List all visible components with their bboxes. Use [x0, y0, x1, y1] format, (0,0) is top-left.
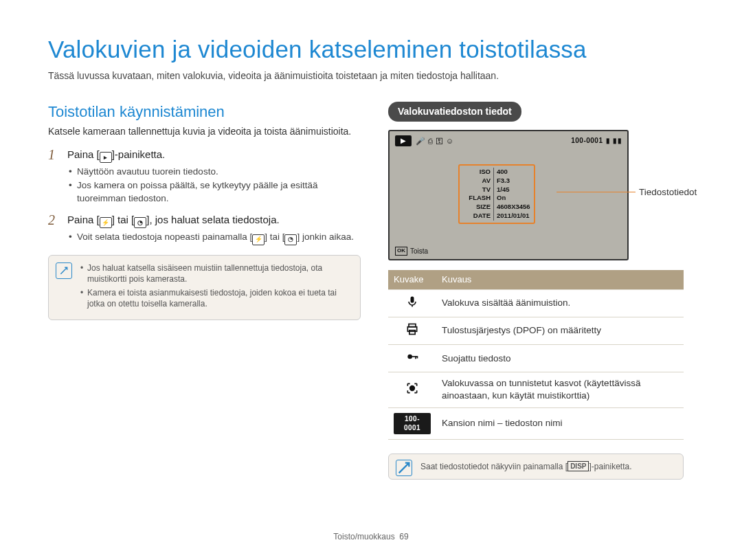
- step-1-bullets: Näyttöön avautuu tuorein tiedosto. Jos k…: [48, 166, 361, 205]
- step-number: 1: [48, 148, 60, 164]
- svg-rect-8: [417, 356, 418, 358]
- top-status-icons: 🎤 ⎙ ⚿ ☺: [416, 136, 453, 146]
- playback-mode-icon: ▶: [395, 135, 412, 146]
- mic-icon: 🎤: [416, 136, 425, 146]
- bullet: Voit selata tiedostoja nopeasti painamal…: [69, 231, 361, 245]
- note-icon: [56, 262, 72, 279]
- face-icon: ☺: [446, 136, 453, 146]
- page-title: Valokuvien ja videoiden katseleminen toi…: [48, 33, 701, 65]
- step-1-text: Paina [▸]-painiketta.: [67, 148, 165, 164]
- section-heading: Toistotilan käynnistäminen: [48, 102, 361, 122]
- lock-icon: [388, 345, 436, 372]
- svg-point-9: [410, 386, 415, 391]
- table-row: Suojattu tiedosto: [388, 345, 684, 372]
- timer-icon: ◔: [284, 234, 297, 245]
- footer-label: Toisto/muokkaus: [333, 532, 394, 541]
- print-icon: [388, 317, 436, 344]
- svg-rect-7: [415, 356, 416, 359]
- size-value: 4608X3456: [494, 203, 530, 212]
- step-2-text: Paina [⚡] tai [◔], jos haluat selata tie…: [67, 213, 280, 229]
- table-header-icon: Kuvake: [388, 270, 436, 289]
- footer-page: 69: [399, 532, 408, 541]
- step-2: 2 Paina [⚡] tai [◔], jos haluat selata t…: [48, 213, 361, 229]
- step1-post: ]-painiketta.: [112, 148, 166, 160]
- b2-pre: Voit selata tiedostoja nopeasti painamal…: [77, 232, 252, 242]
- mic-icon: [388, 289, 436, 317]
- table-cell: Tulostusjärjestys (DPOF) on määritetty: [436, 317, 684, 344]
- table-header-desc: Kuvaus: [436, 270, 684, 289]
- svg-rect-1: [412, 305, 413, 307]
- top-right-status: 100-0001 ▮ ▮▮: [571, 136, 622, 146]
- section-intro: Katsele kameraan tallennettuja kuvia ja …: [48, 125, 361, 138]
- note-item: Kamera ei toista asianmukaisesti tiedost…: [80, 287, 352, 309]
- intro-text: Tässä luvussa kuvataan, miten valokuvia,…: [48, 69, 701, 82]
- table-row: 100-0001 Kansion nimi – tiedoston nimi: [388, 407, 684, 439]
- icon-description-table: Kuvake Kuvaus Valokuva sisältää äänimuis…: [388, 270, 684, 440]
- callout-label: Tiedostotiedot: [639, 186, 697, 199]
- iso-label: ISO: [463, 168, 494, 177]
- print-icon: ⎙: [428, 136, 433, 146]
- table-row: Valokuvassa on tunnistetut kasvot (käyte…: [388, 372, 684, 407]
- flash-value: On: [494, 194, 506, 203]
- flash-label: FLASH: [463, 194, 494, 203]
- flash-icon: ⚡: [252, 234, 265, 245]
- card-icon: ▮: [606, 136, 611, 146]
- step2-post: ], jos haluat selata tiedostoja.: [146, 214, 279, 225]
- tv-value: 1/45: [494, 186, 510, 194]
- size-label: SIZE: [463, 203, 494, 212]
- ok-icon: OK: [395, 247, 407, 256]
- step-1: 1 Paina [▸]-painiketta.: [48, 148, 361, 164]
- bullet: Jos kamera on poissa päältä, se kytkeyty…: [69, 179, 361, 204]
- face-detect-icon: [388, 372, 436, 407]
- step-2-bullets: Voit selata tiedostoja nopeasti painamal…: [48, 231, 361, 245]
- timer-icon: ◔: [134, 217, 146, 228]
- note-box: Jos haluat katsella sisäiseen muistiin t…: [48, 255, 361, 320]
- bullet: Näyttöön avautuu tuorein tiedosto.: [69, 166, 361, 178]
- table-row: Valokuva sisältää äänimuistion.: [388, 289, 684, 317]
- note-icon: [396, 460, 412, 476]
- iso-value: 400: [494, 168, 508, 177]
- tip-box: Saat tiedostotiedot näkyviin painamalla …: [388, 453, 684, 480]
- tip-pre: Saat tiedostotiedot näkyviin painamalla …: [420, 462, 567, 471]
- av-value: F3.3: [494, 177, 510, 186]
- date-value: 2011/01/01: [494, 212, 530, 221]
- disp-icon: DISP: [567, 461, 589, 472]
- tip-post: ]-painiketta.: [589, 462, 631, 471]
- table-row: Tulostusjärjestys (DPOF) on määritetty: [388, 317, 684, 344]
- table-cell: Kansion nimi – tiedoston nimi: [436, 407, 684, 439]
- folder-number-icon: 100-0001: [388, 407, 436, 439]
- svg-point-5: [407, 355, 412, 359]
- camera-screen: ▶ 🎤 ⎙ ⚿ ☺ 100-0001 ▮ ▮▮: [388, 130, 629, 260]
- battery-icon: ▮▮: [613, 136, 622, 146]
- table-cell: Valokuvassa on tunnistetut kasvot (käyte…: [436, 372, 684, 407]
- screen-bottom-bar: OK Toista: [395, 247, 428, 256]
- folder-number: 100-0001: [571, 136, 603, 146]
- step2-mid: ] tai [: [112, 214, 135, 225]
- file-info-panel: ISO400 AVF3.3 TV1/45 FLASHOn SIZE4608X34…: [458, 164, 535, 224]
- b2-mid: ] tai [: [265, 232, 284, 242]
- date-label: DATE: [463, 212, 494, 221]
- svg-rect-6: [412, 356, 417, 357]
- step-number: 2: [48, 213, 60, 229]
- tv-label: TV: [463, 186, 494, 194]
- step2-pre: Paina [: [67, 214, 100, 225]
- callout-line: [556, 192, 636, 194]
- lock-icon: ⚿: [436, 136, 443, 146]
- camera-screen-figure: ▶ 🎤 ⎙ ⚿ ☺ 100-0001 ▮ ▮▮: [388, 130, 684, 260]
- step1-pre: Paina [: [67, 148, 100, 160]
- subsection-pill: Valokuvatiedoston tiedot: [388, 102, 521, 122]
- av-label: AV: [463, 177, 494, 186]
- table-cell: Suojattu tiedosto: [436, 345, 684, 372]
- playback-icon: ▸: [100, 152, 112, 163]
- flash-icon: ⚡: [100, 217, 112, 228]
- toista-label: Toista: [410, 247, 428, 256]
- note-item: Jos haluat katsella sisäiseen muistiin t…: [80, 262, 352, 284]
- svg-rect-0: [411, 296, 414, 302]
- page-footer: Toisto/muokkaus 69: [0, 531, 742, 542]
- table-cell: Valokuva sisältää äänimuistion.: [436, 289, 684, 317]
- b2-post: ] jonkin aikaa.: [297, 232, 354, 242]
